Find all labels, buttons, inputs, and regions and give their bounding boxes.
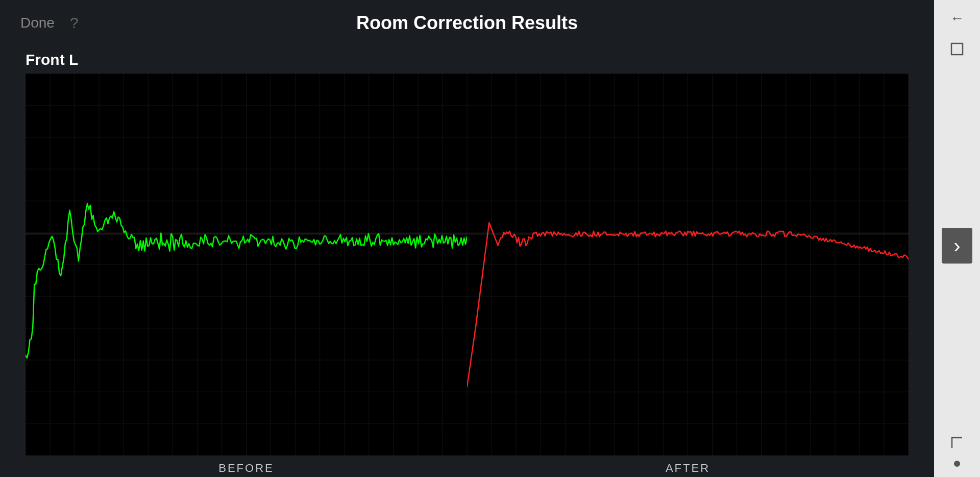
speaker-label: Front L — [0, 46, 934, 74]
after-chart — [467, 74, 909, 456]
next-button[interactable]: › — [942, 228, 972, 264]
sidebar-bottom — [949, 435, 965, 467]
main-content: Done ? Room Correction Results Front L B… — [0, 0, 934, 477]
before-chart-container: BEFORE — [26, 74, 467, 477]
before-chart — [26, 74, 467, 456]
done-button[interactable]: Done — [20, 15, 55, 31]
before-label: BEFORE — [26, 456, 467, 477]
help-icon[interactable]: ? — [70, 14, 79, 32]
header: Done ? Room Correction Results — [0, 0, 934, 46]
square-icon[interactable] — [950, 42, 964, 56]
svg-rect-0 — [951, 43, 963, 55]
dot-indicator — [954, 461, 960, 467]
back-icon[interactable]: ← — [950, 10, 964, 27]
sidebar: ← › — [934, 0, 980, 477]
after-chart-container: AFTER — [467, 74, 909, 477]
page-title: Room Correction Results — [356, 12, 578, 34]
charts-area: BEFORE AFTER — [0, 74, 934, 477]
before-canvas — [26, 74, 467, 456]
corner-icon — [949, 435, 965, 450]
sidebar-top: ← — [950, 10, 964, 56]
after-label: AFTER — [467, 456, 909, 477]
after-canvas — [467, 74, 909, 456]
